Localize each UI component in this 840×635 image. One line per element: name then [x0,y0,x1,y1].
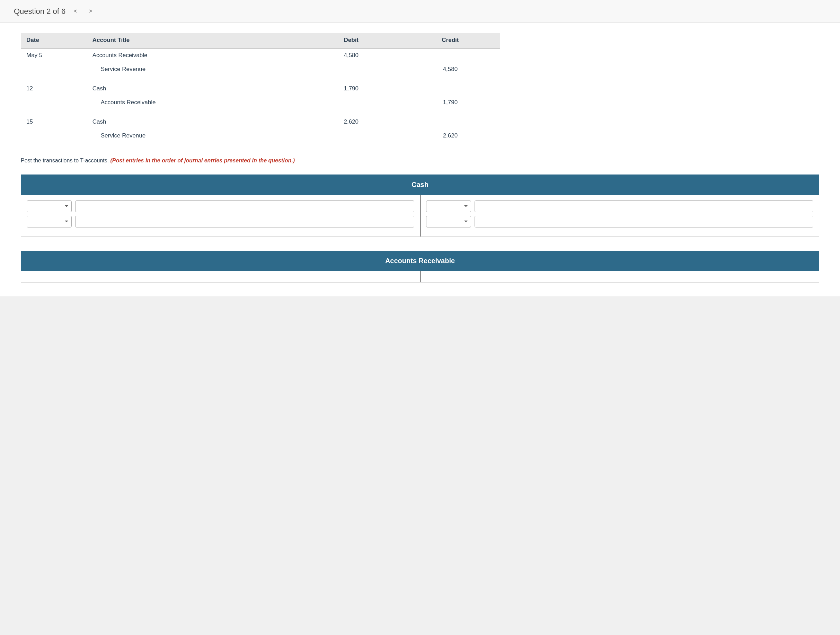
table-row: Service Revenue4,580 [21,62,500,76]
cash-title-label: Cash [412,181,428,188]
cash-credit-input-1[interactable] [475,200,814,212]
cell-account: Service Revenue [87,129,302,143]
cash-credit-input-2[interactable] [475,216,814,227]
cell-credit [401,115,500,129]
ar-credit-side [420,271,819,282]
cell-account: Accounts Receivable [87,96,302,109]
cell-date [21,62,87,76]
cash-credit-row-1 [426,200,814,212]
header-account-title: Account Title [87,33,302,48]
header-date: Date [21,33,87,48]
cell-credit: 2,620 [401,129,500,143]
table-row: Service Revenue2,620 [21,129,500,143]
page-wrapper: Question 2 of 6 < > Date Account Title D… [0,0,840,635]
spacer-row [21,76,500,82]
cash-t-account-body [21,195,819,237]
cell-debit: 1,790 [302,82,401,96]
table-row: 12Cash1,790 [21,82,500,96]
cell-credit: 1,790 [401,96,500,109]
cell-debit: 2,620 [302,115,401,129]
cash-debit-select-2[interactable] [27,216,72,227]
cash-debit-select-1[interactable] [27,200,72,212]
cell-date: 15 [21,115,87,129]
cash-credit-select-1[interactable] [426,200,471,212]
cell-debit [302,96,401,109]
question-label: Question 2 of 6 [14,7,65,16]
table-row: May 5Accounts Receivable4,580 [21,48,500,62]
cash-debit-input-2[interactable] [75,216,414,227]
cell-account: Service Revenue [87,62,302,76]
cell-date: 12 [21,82,87,96]
spacer-row [21,109,500,115]
cash-debit-input-1[interactable] [75,200,414,212]
cell-debit [302,129,401,143]
cash-credit-row-2 [426,216,814,227]
cash-t-account: Cash [21,175,819,237]
cell-date [21,96,87,109]
ar-debit-side [21,271,420,282]
cell-account: Cash [87,82,302,96]
cell-credit [401,82,500,96]
cell-date [21,129,87,143]
header-credit: Credit [401,33,500,48]
journal-table: Date Account Title Debit Credit May 5Acc… [21,33,500,143]
instruction-red: (Post entries in the order of journal en… [111,158,295,164]
cell-credit: 4,580 [401,62,500,76]
prev-button[interactable]: < [71,6,81,16]
instruction-normal: Post the transactions to T-accounts. [21,158,109,164]
cell-account: Accounts Receivable [87,48,302,62]
cash-debit-row-2 [27,216,414,227]
ar-t-account-body [21,271,819,282]
ar-title-label: Accounts Receivable [385,257,455,265]
cell-debit [302,62,401,76]
cash-debit-side [21,195,420,236]
cash-t-account-header: Cash [21,175,819,195]
cash-credit-select-2[interactable] [426,216,471,227]
main-content: Date Account Title Debit Credit May 5Acc… [0,23,840,296]
cash-credit-side [420,195,819,236]
question-nav: Question 2 of 6 < > [0,0,840,23]
cash-debit-row-1 [27,200,414,212]
cell-date: May 5 [21,48,87,62]
header-debit: Debit [302,33,401,48]
cell-credit [401,48,500,62]
table-row: 15Cash2,620 [21,115,500,129]
instruction-section: Post the transactions to T-accounts. (Po… [21,156,819,165]
ar-t-account: Accounts Receivable [21,251,819,282]
table-row: Accounts Receivable1,790 [21,96,500,109]
cell-account: Cash [87,115,302,129]
next-button[interactable]: > [86,6,95,16]
ar-t-account-header: Accounts Receivable [21,251,819,271]
cell-debit: 4,580 [302,48,401,62]
